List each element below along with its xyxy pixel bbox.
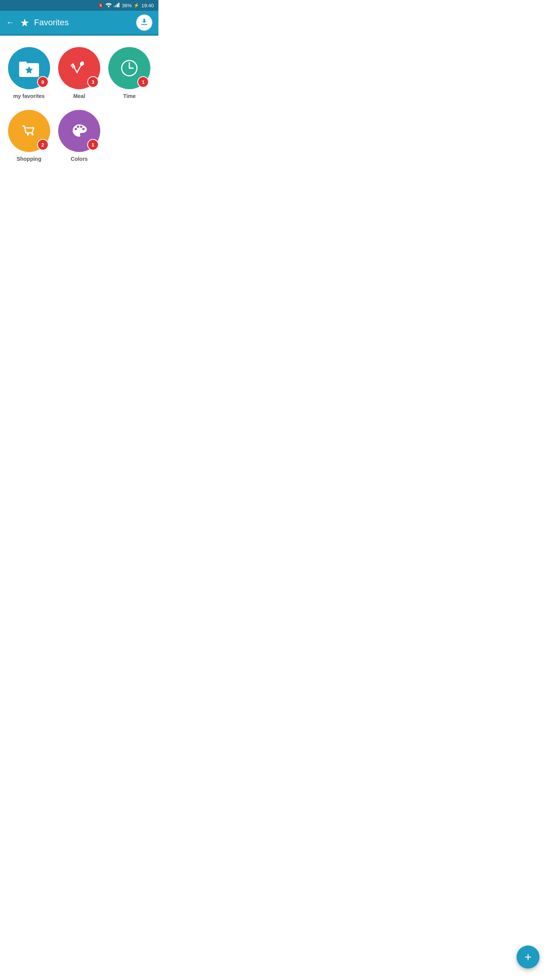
time-text: 19:40 [141, 3, 154, 8]
my-favorites-badge: 9 [37, 76, 49, 88]
favorites-grid: 9 my favorites [0, 36, 158, 173]
svg-rect-1 [114, 6, 115, 7]
svg-point-19 [75, 128, 77, 130]
shopping-wrapper: 2 [8, 110, 50, 152]
my-favorites-label: my favorites [13, 93, 44, 99]
meal-badge: 3 [87, 76, 99, 88]
download-icon [140, 18, 148, 28]
svg-point-20 [77, 126, 79, 128]
svg-point-0 [108, 6, 109, 7]
my-favorites-wrapper: 9 [8, 47, 50, 89]
wifi-icon [106, 3, 112, 8]
svg-rect-7 [19, 62, 27, 65]
download-button[interactable] [136, 15, 152, 31]
list-item[interactable]: 3 Meal [58, 47, 100, 99]
fork-spoon-icon [69, 58, 90, 78]
back-button[interactable]: ← [6, 18, 15, 28]
app-bar-title: ★ Favorites [20, 16, 68, 29]
colors-label: Colors [71, 156, 88, 162]
svg-rect-2 [115, 5, 116, 7]
app-bar-left: ← ★ Favorites [6, 16, 68, 29]
battery-text: 36% [122, 3, 132, 8]
svg-point-13 [79, 60, 85, 66]
meal-label: Meal [73, 93, 85, 99]
svg-rect-3 [117, 4, 118, 7]
time-badge: 1 [137, 76, 149, 88]
svg-point-21 [80, 126, 82, 128]
list-item[interactable]: 1 Time [108, 47, 151, 99]
battery-icon: ⚡ [134, 3, 139, 8]
svg-point-18 [31, 133, 34, 136]
list-item[interactable]: 1 Colors [58, 110, 100, 162]
colors-badge: 1 [87, 139, 99, 150]
list-item[interactable]: 2 Shopping [8, 110, 50, 162]
signal-icon [114, 3, 120, 8]
svg-rect-4 [118, 3, 119, 7]
page-title: Favorites [34, 18, 68, 28]
time-label: Time [123, 93, 135, 99]
time-wrapper: 1 [108, 47, 150, 89]
shopping-label: Shopping [16, 156, 41, 162]
clock-icon [119, 58, 140, 78]
mute-icon: 🔇 [98, 3, 104, 8]
cart-icon [19, 121, 39, 141]
svg-point-23 [80, 133, 83, 136]
app-bar: ← ★ Favorites [0, 11, 158, 34]
svg-point-22 [82, 128, 85, 130]
status-icons: 🔇 36% ⚡ 19:40 [98, 3, 154, 8]
shopping-badge: 2 [37, 139, 49, 150]
star-icon: ★ [20, 16, 29, 29]
svg-point-17 [27, 133, 29, 136]
folder-star-icon [18, 59, 40, 78]
svg-rect-5 [141, 24, 147, 25]
svg-rect-9 [72, 64, 78, 74]
palette-icon [69, 121, 90, 141]
meal-wrapper: 3 [58, 47, 100, 89]
list-item[interactable]: 9 my favorites [8, 47, 50, 99]
status-bar: 🔇 36% ⚡ 19:40 [0, 0, 158, 11]
colors-wrapper: 1 [58, 110, 100, 152]
